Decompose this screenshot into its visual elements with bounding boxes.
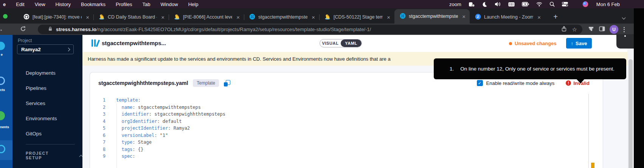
address-bar[interactable]: stress.harness.io/ng/account/zEaak-FLS42… <box>38 25 582 34</box>
menubar-item-profiles[interactable]: Profiles <box>116 2 132 7</box>
workspace: stgacctempwighhthtempsteps.yaml Template… <box>82 66 627 168</box>
close-icon[interactable]: × <box>536 14 542 20</box>
browser-tab-7[interactable]: ZLaunch Meeting - Zoom× <box>470 11 545 24</box>
browser-tab-2[interactable]: CD Daily Status Board - Ag× <box>93 11 169 24</box>
harness-favicon-icon <box>400 13 406 20</box>
menubar-clock[interactable]: Mon 6 Feb <box>596 2 620 7</box>
new-tab-button[interactable]: + <box>551 12 560 22</box>
read-write-checkbox-row[interactable]: ✓ Enable read/write mode always <box>477 80 555 86</box>
volume-icon[interactable] <box>495 2 501 7</box>
menubar-item-history[interactable]: History <box>56 2 71 7</box>
code-line-3[interactable]: 3 identifier: stgacctempwighhthtempsteps <box>90 111 603 118</box>
sidebar-item-gitops[interactable]: GitOps <box>12 126 82 141</box>
template-studio-icon <box>92 39 98 47</box>
code-line-9[interactable]: 9 spec: <box>90 153 603 160</box>
close-icon[interactable]: × <box>461 13 467 20</box>
moon-icon[interactable] <box>482 2 487 7</box>
browser-tab-3[interactable]: [PIE-8066] Account level t× <box>169 11 244 24</box>
indent-guide <box>116 104 117 168</box>
code-line-6[interactable]: 6 versionLabel: "1" <box>90 132 603 139</box>
menubar-item-bookmarks[interactable]: Bookmarks <box>81 2 106 7</box>
main-content: stgacctempwithtemps... VISUAL YAML Unsav… <box>82 35 627 168</box>
overlay-fragment <box>616 34 634 49</box>
module-icon-fragment <box>0 42 5 50</box>
browser-tab-1[interactable]: [feat]:[pie-7340]: move co× <box>18 11 93 24</box>
zoom-menu-label[interactable]: zoom <box>449 2 461 7</box>
copy-icon[interactable] <box>224 80 230 86</box>
control-center-icon[interactable] <box>562 2 568 7</box>
page-title: stgacctempwithtemps... <box>102 40 166 46</box>
profile-avatar[interactable]: U <box>610 25 618 34</box>
module-nav-rail[interactable]: e cts nents <box>0 35 12 168</box>
code-line-2[interactable]: 2 name: stgacctempwithtempsteps <box>90 104 603 111</box>
page-scrollbar-thumb[interactable] <box>628 59 633 168</box>
code-line-7[interactable]: 7 type: Stage <box>90 139 603 146</box>
chrome-tab-strip: [feat]:[pie-7340]: move co×CD Daily Stat… <box>0 8 644 24</box>
tab-title: CD Daily Status Board - Ag <box>108 14 157 20</box>
side-panel-icon[interactable] <box>599 26 605 33</box>
code-line-4[interactable]: 4 orgIdentifier: default <box>90 118 603 125</box>
menubar-item-window[interactable]: Window <box>160 2 178 7</box>
extensions-puzzle-icon[interactable] <box>588 26 594 33</box>
duck-favicon-icon <box>324 14 331 21</box>
window-control-green[interactable] <box>3 14 8 19</box>
wifi-icon[interactable] <box>536 2 542 6</box>
menubar-item-edit[interactable]: Edit <box>16 2 24 7</box>
tab-title: stgacctempwithtempsteps <box>258 14 307 20</box>
menubar-item-help[interactable]: Help <box>188 2 199 7</box>
rail-label-fragment: e <box>1 53 3 57</box>
menubar-item-view[interactable]: View <box>35 2 45 7</box>
code-line-8[interactable]: 8 tags: {} <box>90 146 603 153</box>
checkbox-checked-icon[interactable]: ✓ <box>477 80 483 86</box>
toggle-yaml[interactable]: YAML <box>341 39 362 47</box>
toggle-visual[interactable]: VISUAL <box>320 39 341 47</box>
rail-selected-module[interactable] <box>0 140 12 160</box>
sidebar-item-environments[interactable]: Environments <box>12 111 82 126</box>
close-icon[interactable]: × <box>160 14 166 20</box>
keyboard-icon[interactable] <box>508 2 515 7</box>
update-icon[interactable]: ! <box>469 2 475 7</box>
module-icon-fragment <box>0 111 5 120</box>
template-studio-header: stgacctempwithtemps... VISUAL YAML Unsav… <box>82 35 627 52</box>
menubar-item-tab[interactable]: Tab <box>142 2 150 7</box>
sidebar-item-deployments[interactable]: Deployments <box>12 65 82 80</box>
siri-icon[interactable] <box>582 1 588 7</box>
tab-title: [PIE-8066] Account level t <box>183 14 232 20</box>
browser-tab-5[interactable]: [CDS-50122] Stage templa× <box>319 11 394 24</box>
code-line-5[interactable]: 5 projectIdentifier: Ramya2 <box>90 125 603 132</box>
share-icon[interactable] <box>561 26 567 33</box>
harness-favicon-icon <box>249 14 255 21</box>
save-button[interactable]: ↑ Save <box>566 38 592 49</box>
close-icon[interactable]: × <box>85 14 90 20</box>
bookmark-star-icon[interactable]: ☆ <box>572 27 577 32</box>
yaml-editor[interactable]: 1template:2 name: stgacctempwithtempstep… <box>90 94 603 160</box>
menubar-menus: eEditViewHistoryBookmarksProfilesTabWind… <box>0 2 198 7</box>
close-icon[interactable]: × <box>235 14 241 20</box>
browser-tab-4[interactable]: stgacctempwithtempsteps× <box>244 11 319 24</box>
project-setup-section[interactable]: PROJECT SETUP <box>26 151 82 160</box>
browser-tab-6-active[interactable]: stgacctempwithtempsteps× <box>394 9 470 24</box>
reload-icon[interactable] <box>20 25 26 34</box>
sidebar-item-pipelines[interactable]: Pipelines <box>12 80 82 96</box>
close-icon[interactable]: × <box>310 14 316 20</box>
battery-icon[interactable] <box>522 2 529 6</box>
code-line-1[interactable]: 1template: <box>90 97 603 104</box>
forward-arrow-icon[interactable]: → <box>0 26 3 32</box>
url-text: stress.harness.io/ng/account/zEaak-FLS42… <box>56 27 561 32</box>
overview-ruler-error-marker <box>591 163 594 168</box>
yaml-card: stgacctempwighhthtempsteps.yaml Template… <box>90 72 603 168</box>
tab-search-chevron-icon[interactable] <box>622 14 625 20</box>
checkbox-label: Enable read/write mode always <box>486 80 555 86</box>
sidebar-item-services[interactable]: Services <box>12 96 82 111</box>
menubar-status-icons: ! <box>469 1 588 7</box>
module-icon-fragment <box>0 77 5 85</box>
svg-text:!: ! <box>473 4 473 6</box>
project-label: Project <box>18 38 32 43</box>
chrome-menu-kebab-icon[interactable] <box>623 26 625 33</box>
app-menu-fragment[interactable]: e <box>3 2 6 7</box>
project-selector[interactable]: Ramya2 <box>17 44 74 54</box>
tab-title: stgacctempwithtempsteps <box>409 14 458 19</box>
spotlight-icon[interactable] <box>549 2 555 7</box>
arrow-up-icon: ↑ <box>571 41 574 46</box>
close-icon[interactable]: × <box>386 14 391 20</box>
